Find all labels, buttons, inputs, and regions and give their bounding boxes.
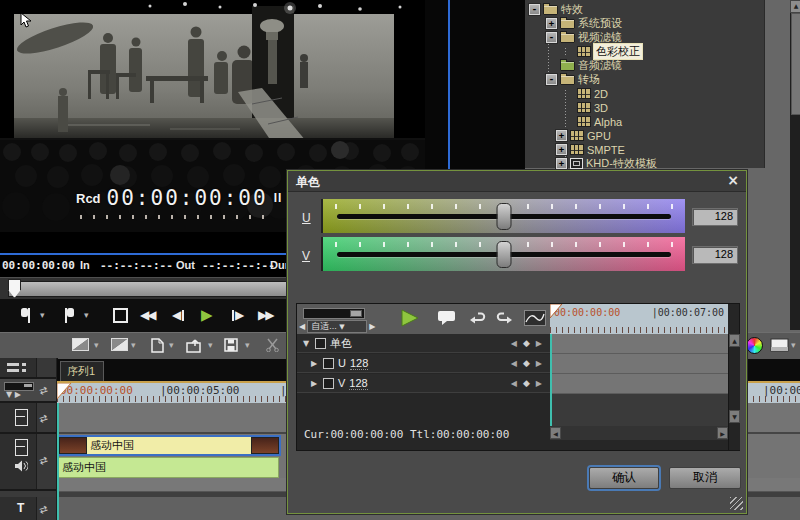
tree-item-transitions[interactable]: - 转场 bbox=[525, 73, 600, 86]
mode-b-icon[interactable] bbox=[111, 338, 128, 351]
row-value[interactable]: 128 bbox=[350, 357, 368, 370]
import-menu-caret[interactable]: ▾ bbox=[208, 340, 213, 350]
keyframe-ruler[interactable]: 00:00:00:00 |00:00:07:00 bbox=[550, 304, 728, 334]
expand-icon[interactable]: + bbox=[556, 130, 567, 141]
va-track-header[interactable]: ⇄ bbox=[0, 434, 56, 491]
mark-in-button[interactable] bbox=[20, 305, 33, 325]
keyframe-checkbox[interactable] bbox=[315, 338, 326, 349]
tree-item-effects[interactable]: - 特效 bbox=[525, 3, 583, 16]
mode-a-menu-caret[interactable]: ▾ bbox=[94, 340, 99, 350]
layout-menu-caret[interactable]: ▾ bbox=[791, 340, 796, 350]
cancel-button[interactable]: 取消 bbox=[669, 467, 741, 489]
u-gradient-slider[interactable] bbox=[321, 199, 685, 233]
tree-item-label[interactable]: SMPTE bbox=[587, 144, 625, 156]
collapse-icon[interactable]: - bbox=[529, 4, 540, 15]
expand-icon[interactable]: + bbox=[556, 144, 567, 155]
expand-icon[interactable]: + bbox=[546, 18, 557, 29]
tree-item-label[interactable]: 视频滤镜 bbox=[578, 30, 622, 45]
tree-item-label[interactable]: 特效 bbox=[561, 2, 583, 17]
tree-item-alpha[interactable]: Alpha bbox=[525, 115, 622, 128]
play-button[interactable]: ▶ bbox=[201, 305, 213, 325]
tree-item-2d[interactable]: 2D bbox=[525, 87, 608, 100]
patch-swap-icon[interactable]: ⇄ bbox=[38, 452, 55, 467]
keyframe-row-monochrome[interactable]: ▼ 单色 ◀◆▶ bbox=[297, 334, 550, 353]
redo-icon[interactable] bbox=[495, 312, 513, 325]
color-wheel-icon[interactable] bbox=[746, 337, 763, 354]
scroll-up-icon[interactable]: ▲ bbox=[729, 334, 740, 347]
tree-item-3d[interactable]: 3D bbox=[525, 101, 608, 114]
import-icon[interactable] bbox=[186, 338, 204, 353]
mark-out-menu-caret[interactable]: ▾ bbox=[84, 305, 89, 325]
patch-swap-icon[interactable]: ⇄ bbox=[38, 501, 55, 516]
timeline-playhead-line[interactable] bbox=[57, 403, 59, 520]
tree-item-label[interactable]: 2D bbox=[594, 88, 608, 100]
mode-b-menu-caret[interactable]: ▾ bbox=[131, 340, 136, 350]
curve-icon[interactable] bbox=[524, 310, 546, 326]
keyframe-playhead-line[interactable] bbox=[550, 334, 552, 426]
expand-tracks-icons[interactable]: ▼ ▶ bbox=[6, 390, 21, 399]
sequence-tab[interactable]: 序列1 bbox=[60, 361, 104, 382]
track-list-icon[interactable] bbox=[7, 362, 29, 374]
keyframe-lane[interactable] bbox=[550, 374, 728, 394]
step-forward-button[interactable]: ▶ bbox=[231, 305, 244, 325]
cut-icon[interactable] bbox=[265, 338, 280, 352]
slider-thumb[interactable] bbox=[350, 310, 362, 317]
title-track-header[interactable]: T ⇄ bbox=[0, 497, 56, 520]
keyframe-playhead-marker[interactable] bbox=[550, 304, 563, 319]
save-menu-caret[interactable]: ▾ bbox=[245, 340, 250, 350]
keyframe-lane[interactable] bbox=[550, 334, 728, 354]
collapse-icon[interactable]: ▼ bbox=[303, 339, 311, 348]
tree-item-label-selected[interactable]: 色彩校正 bbox=[594, 44, 642, 59]
keyframe-nav[interactable]: ◀◆▶ bbox=[511, 358, 542, 368]
scroll-up-icon[interactable]: ▲ bbox=[790, 0, 800, 13]
collapse-icon[interactable]: - bbox=[546, 32, 557, 43]
mark-out-button[interactable] bbox=[62, 305, 75, 325]
tree-item-label[interactable]: Alpha bbox=[594, 116, 622, 128]
row-value[interactable]: 128 bbox=[349, 377, 367, 390]
new-sequence-menu-caret[interactable]: ▾ bbox=[169, 340, 174, 350]
rewind-button[interactable]: ◀◀ bbox=[140, 305, 154, 325]
scrollbar-thumb[interactable] bbox=[791, 13, 800, 115]
step-back-button[interactable]: ◀ bbox=[172, 305, 185, 325]
keyframe-hscrollbar[interactable]: ◀ ▶ bbox=[550, 426, 728, 440]
expand-icon[interactable]: ▶ bbox=[311, 379, 319, 388]
u-value-field[interactable]: 128 bbox=[692, 208, 738, 226]
stop-button[interactable] bbox=[113, 305, 128, 325]
preset-prev-icon[interactable]: ◀ bbox=[299, 322, 305, 331]
tree-item-label[interactable]: GPU bbox=[587, 130, 611, 142]
u-slider-thumb[interactable] bbox=[497, 203, 512, 230]
timeline-playhead-marker[interactable] bbox=[57, 383, 72, 400]
keyframe-vscrollbar[interactable]: ▲ ▼ bbox=[728, 334, 740, 450]
keyframe-nav[interactable]: ◀◆▶ bbox=[511, 378, 542, 388]
tree-item-audio-filters[interactable]: 音频滤镜 bbox=[525, 59, 622, 72]
new-sequence-icon[interactable] bbox=[151, 338, 164, 353]
keyframe-checkbox[interactable] bbox=[323, 358, 334, 369]
tree-item-label[interactable]: 3D bbox=[594, 102, 608, 114]
keyframe-play-icon[interactable] bbox=[399, 308, 421, 328]
preset-next-icon[interactable]: ▶ bbox=[369, 322, 375, 331]
video-clip[interactable]: 感动中国 bbox=[57, 435, 281, 456]
comment-icon[interactable] bbox=[437, 310, 457, 326]
expand-icon[interactable]: ▶ bbox=[311, 359, 319, 368]
save-icon[interactable] bbox=[224, 338, 238, 352]
mode-a-icon[interactable] bbox=[72, 338, 89, 351]
tree-item-label[interactable]: KHD-特效模板 bbox=[586, 156, 657, 171]
keyframe-row-u[interactable]: ▶ U 128 ◀◆▶ bbox=[297, 354, 550, 373]
collapse-icon[interactable]: - bbox=[546, 74, 557, 85]
v-gradient-slider[interactable] bbox=[321, 237, 685, 271]
scroll-down-icon[interactable]: ▼ bbox=[729, 410, 740, 423]
keyframe-zoom-slider[interactable] bbox=[303, 308, 365, 319]
tree-item-khd-templates[interactable]: + KHD-特效模板 bbox=[525, 157, 657, 170]
layout-icon[interactable] bbox=[770, 338, 789, 352]
confirm-button[interactable]: 确认 bbox=[589, 467, 659, 489]
patch-swap-icon[interactable]: ⇄ bbox=[38, 382, 55, 397]
preset-selector[interactable]: ◀ 自适... ▼ ▶ bbox=[299, 320, 381, 332]
tree-item-label[interactable]: 音频滤镜 bbox=[578, 58, 622, 73]
dialog-title-bar[interactable]: 单色 × bbox=[288, 171, 746, 192]
audio-clip[interactable]: 感动中国 bbox=[57, 457, 279, 478]
tree-item-video-filters[interactable]: - 视频滤镜 bbox=[525, 31, 622, 44]
tree-item-smpte[interactable]: + SMPTE bbox=[525, 143, 625, 156]
slider-thumb[interactable] bbox=[24, 384, 32, 387]
tree-item-gpu[interactable]: + GPU bbox=[525, 129, 611, 142]
keyframe-nav[interactable]: ◀◆▶ bbox=[511, 338, 542, 348]
